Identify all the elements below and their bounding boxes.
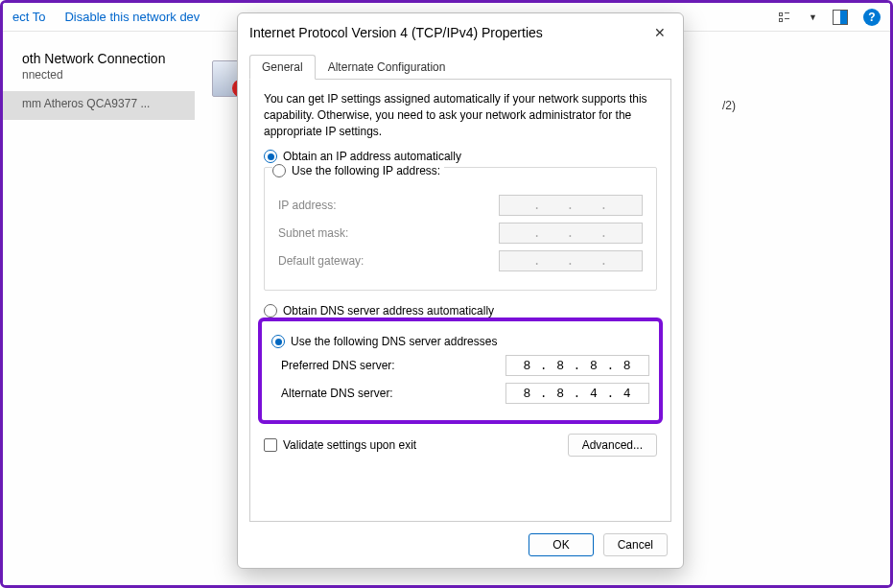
subnet-mask-label: Subnet mask: <box>278 226 499 240</box>
radio-icon <box>264 304 277 318</box>
radio-icon <box>271 335 285 348</box>
subnet-mask-input: ... <box>499 223 643 244</box>
tab-panel-general: You can get IP settings assigned automat… <box>249 80 671 522</box>
radio-icon <box>272 164 286 177</box>
help-icon[interactable]: ? <box>863 9 881 26</box>
view-dropdown-icon[interactable]: ▼ <box>809 12 817 22</box>
cancel-button[interactable]: Cancel <box>603 533 668 556</box>
preview-pane-icon[interactable] <box>833 10 848 25</box>
connection-status: nnected <box>12 68 185 85</box>
radio-label: Obtain an IP address automatically <box>283 150 461 163</box>
advanced-button[interactable]: Advanced... <box>568 434 657 457</box>
dialog-titlebar: Internet Protocol Version 4 (TCP/IPv4) P… <box>238 13 683 52</box>
radio-label: Obtain DNS server address automatically <box>283 304 494 318</box>
ok-button[interactable]: OK <box>529 533 593 556</box>
ipv4-properties-dialog: Internet Protocol Version 4 (TCP/IPv4) P… <box>237 12 684 569</box>
dialog-title: Internet Protocol Version 4 (TCP/IPv4) P… <box>249 25 648 40</box>
tab-general[interactable]: General <box>249 55 316 80</box>
tab-strip: General Alternate Configuration <box>249 54 671 80</box>
ip-address-group: Use the following IP address: IP address… <box>264 167 657 291</box>
highlight-annotation: Use the following DNS server addresses P… <box>258 318 663 424</box>
radio-icon <box>264 150 277 163</box>
radio-use-ip[interactable]: Use the following IP address: <box>272 164 444 177</box>
preferred-dns-label: Preferred DNS server: <box>281 359 505 372</box>
radio-obtain-dns-auto[interactable]: Obtain DNS server address automatically <box>264 304 657 318</box>
validate-checkbox[interactable] <box>264 438 277 452</box>
connection-name: oth Network Connection <box>12 47 185 68</box>
default-gateway-label: Default gateway: <box>278 254 499 268</box>
tab-alternate-config[interactable]: Alternate Configuration <box>316 55 458 80</box>
validate-label: Validate settings upon exit <box>283 438 416 452</box>
ip-address-label: IP address: <box>278 199 499 212</box>
dialog-button-row: OK Cancel <box>249 522 671 556</box>
default-gateway-input: ... <box>499 250 643 271</box>
disable-device-link[interactable]: Disable this network dev <box>64 10 200 24</box>
alternate-dns-label: Alternate DNS server: <box>281 387 505 400</box>
connection-item-wifi[interactable]: mm Atheros QCA9377 ... <box>3 91 195 120</box>
close-icon[interactable]: ✕ <box>648 21 671 44</box>
view-options-icon[interactable] <box>778 10 793 25</box>
connection-item-bluetooth[interactable]: oth Network Connection nnected <box>3 41 195 91</box>
radio-label: Use the following IP address: <box>292 164 440 177</box>
adapter-name: mm Atheros QCA9377 ... <box>12 97 185 114</box>
connection-list: oth Network Connection nnected mm Athero… <box>3 32 195 120</box>
pagination-text: /2) <box>722 99 736 112</box>
radio-label: Use the following DNS server addresses <box>291 335 497 348</box>
ip-address-input: ... <box>499 195 643 216</box>
radio-obtain-ip-auto[interactable]: Obtain an IP address automatically <box>264 150 657 163</box>
connect-to-link[interactable]: ect To <box>12 10 45 24</box>
alternate-dns-input[interactable]: 8. 8. 4. 4 <box>505 383 649 404</box>
description-text: You can get IP settings assigned automat… <box>264 91 657 140</box>
radio-use-dns[interactable]: Use the following DNS server addresses <box>271 335 649 348</box>
preferred-dns-input[interactable]: 8. 8. 8. 8 <box>505 355 649 376</box>
